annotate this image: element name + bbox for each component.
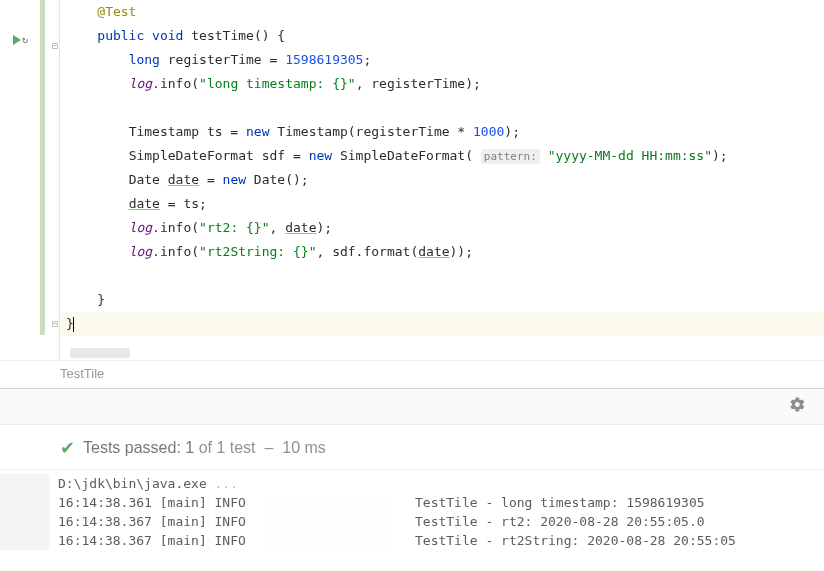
console-log-line: 16:14:38.367 [main] INFO TestTile - rt2:… bbox=[58, 512, 824, 531]
variable: date bbox=[168, 172, 199, 187]
tests-passed-label: Tests passed: bbox=[83, 439, 181, 457]
punct: ); bbox=[317, 220, 333, 235]
console-log-line: 16:14:38.367 [main] INFO TestTile - rt2S… bbox=[58, 531, 824, 550]
ctor: Date(); bbox=[246, 172, 309, 187]
number: 1598619305 bbox=[285, 52, 363, 67]
gear-icon[interactable] bbox=[789, 396, 806, 417]
param-hint: pattern: bbox=[481, 149, 540, 164]
keyword: new bbox=[309, 148, 332, 163]
decl: Timestamp ts = bbox=[129, 124, 246, 139]
call: .info( bbox=[152, 244, 199, 259]
punct: () { bbox=[254, 28, 285, 43]
decl: SimpleDateFormat sdf = bbox=[129, 148, 309, 163]
punct: , bbox=[270, 220, 286, 235]
code-editor[interactable]: ↻ ⊟ ⊟ @Test public void testTime() { lon… bbox=[0, 0, 824, 360]
keyword: public bbox=[97, 28, 144, 43]
check-icon: ✔ bbox=[60, 437, 75, 459]
redacted-area bbox=[262, 497, 392, 511]
method-name: testTime bbox=[191, 28, 254, 43]
console-gutter bbox=[0, 474, 50, 550]
field: log bbox=[129, 220, 152, 235]
punct: )); bbox=[450, 244, 473, 259]
ctor: SimpleDateFormat( bbox=[332, 148, 473, 163]
number: 1000 bbox=[473, 124, 504, 139]
ctor: Timestamp(registerTime * bbox=[270, 124, 474, 139]
breadcrumb-item[interactable]: TestTile bbox=[60, 366, 104, 381]
panel-toolbar bbox=[0, 389, 824, 425]
variable: date bbox=[285, 220, 316, 235]
ellipsis[interactable]: ... bbox=[215, 476, 238, 491]
annotation: @Test bbox=[97, 4, 136, 19]
variable: date bbox=[129, 196, 160, 211]
caret bbox=[73, 317, 74, 332]
run-test-gutter-icon[interactable]: ↻ bbox=[13, 34, 28, 45]
vcs-change-marker bbox=[40, 0, 45, 335]
run-tool-window: ✔ Tests passed: 1 of 1 test – 10 ms D:\j… bbox=[0, 388, 824, 550]
punct: ); bbox=[504, 124, 520, 139]
string: "rt2String: {}" bbox=[199, 244, 316, 259]
assignment: = ts; bbox=[160, 196, 207, 211]
string: "long timestamp: {}" bbox=[199, 76, 356, 91]
string: "rt2: {}" bbox=[199, 220, 269, 235]
console-log-line: 16:14:38.361 [main] INFO TestTile - long… bbox=[58, 493, 824, 512]
brace: } bbox=[97, 292, 105, 307]
field: log bbox=[129, 244, 152, 259]
call: , sdf.format( bbox=[316, 244, 418, 259]
redacted-area bbox=[262, 516, 392, 530]
field: log bbox=[129, 76, 152, 91]
code-content[interactable]: @Test public void testTime() { long regi… bbox=[60, 0, 824, 360]
keyword: long bbox=[129, 52, 160, 67]
keyword: void bbox=[152, 28, 183, 43]
console-command-line: D:\jdk\bin\java.exe ... bbox=[58, 474, 824, 493]
keyword: new bbox=[246, 124, 269, 139]
test-status-bar: ✔ Tests passed: 1 of 1 test – 10 ms bbox=[0, 425, 824, 469]
call: .info( bbox=[152, 220, 199, 235]
test-duration: 10 ms bbox=[282, 439, 326, 457]
keyword: new bbox=[223, 172, 246, 187]
variable: registerTime = bbox=[168, 52, 285, 67]
console-output[interactable]: D:\jdk\bin\java.exe ... 16:14:38.361 [ma… bbox=[0, 469, 824, 550]
separator: – bbox=[264, 439, 273, 457]
variable: date bbox=[418, 244, 449, 259]
op: = bbox=[199, 172, 222, 187]
tests-passed-count: 1 bbox=[185, 439, 194, 457]
punct: ; bbox=[363, 52, 371, 67]
current-line: } bbox=[60, 312, 824, 336]
punct: ); bbox=[712, 148, 728, 163]
args: , registerTime); bbox=[356, 76, 481, 91]
call: .info( bbox=[152, 76, 199, 91]
decl: Date bbox=[129, 172, 168, 187]
tests-total: of 1 test bbox=[199, 439, 256, 457]
editor-gutter: ↻ ⊟ ⊟ bbox=[0, 0, 60, 360]
horizontal-scrollbar[interactable] bbox=[70, 348, 130, 358]
string: "yyyy-MM-dd HH:mm:ss" bbox=[548, 148, 712, 163]
breadcrumb[interactable]: TestTile bbox=[0, 360, 824, 388]
redacted-area bbox=[262, 535, 392, 549]
